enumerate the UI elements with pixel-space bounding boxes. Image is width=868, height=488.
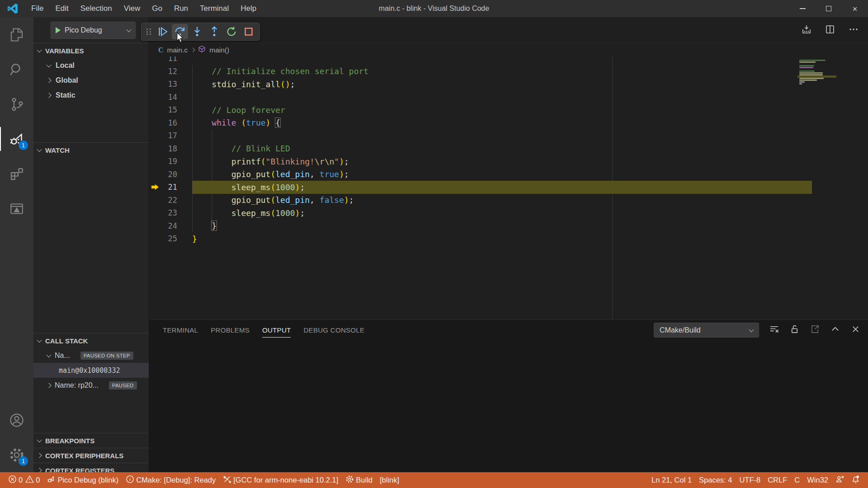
- cortex-peripherals-header[interactable]: CORTEX PERIPHERALS: [33, 448, 149, 463]
- menu-help[interactable]: Help: [235, 0, 262, 17]
- code-line-18[interactable]: 18 // Blink LED: [149, 142, 868, 155]
- status-build-target[interactable]: [blink]: [376, 472, 403, 488]
- close-button[interactable]: ×: [842, 0, 868, 17]
- debug-badge: 1: [19, 141, 28, 150]
- maximize-panel-icon[interactable]: [830, 324, 840, 336]
- code-line-16[interactable]: 16 while (true) {: [149, 117, 868, 130]
- breadcrumb-file[interactable]: main.c: [167, 46, 188, 54]
- source-control-icon[interactable]: [0, 87, 33, 122]
- start-debug-icon[interactable]: [56, 27, 61, 33]
- status-text: UTF-8: [739, 476, 760, 484]
- menu-view[interactable]: View: [118, 0, 146, 17]
- code-line-20[interactable]: 20 gpio_put(led_pin, true);: [149, 168, 868, 181]
- code-line-22[interactable]: 22 gpio_put(led_pin, false);: [149, 194, 868, 207]
- status-cmake-kit[interactable]: [GCC for arm-none-eabi 10.2.1]: [219, 472, 342, 488]
- variables-scope-local[interactable]: Local: [33, 58, 149, 73]
- panel-tab-terminal[interactable]: TERMINAL: [156, 320, 204, 340]
- call-stack-header[interactable]: CALL STACK: [33, 333, 149, 348]
- menu-terminal[interactable]: Terminal: [194, 0, 235, 17]
- debug-config-dropdown[interactable]: Pico Debug: [51, 22, 136, 39]
- run-flash-icon[interactable]: [801, 24, 812, 37]
- restart-button[interactable]: [223, 24, 240, 39]
- stop-button[interactable]: [241, 24, 257, 39]
- panel-tab-debug-console[interactable]: DEBUG CONSOLE: [297, 320, 371, 340]
- debug-toolbar[interactable]: [141, 23, 260, 41]
- variables-header[interactable]: VARIABLES: [33, 43, 149, 58]
- code-line-24[interactable]: 24 }: [149, 220, 868, 233]
- code-line-15[interactable]: 15 // Loop forever: [149, 103, 868, 117]
- vscode-logo-icon[interactable]: [0, 3, 25, 14]
- variables-scope-static[interactable]: Static: [33, 88, 149, 103]
- code-line-17[interactable]: 17: [149, 129, 868, 142]
- settings-badge: 1: [19, 456, 28, 466]
- line-number: 17: [161, 131, 177, 140]
- status-text: [blink]: [380, 476, 399, 484]
- status-platform[interactable]: Win32: [803, 472, 832, 488]
- panel-tab-output[interactable]: OUTPUT: [256, 320, 297, 340]
- code-editor[interactable]: 1112 // Initialize chosen serial port13 …: [149, 56, 868, 319]
- breakpoints-header[interactable]: BREAKPOINTS: [33, 433, 149, 448]
- line-number: 21: [161, 183, 177, 192]
- cortex-registers-header[interactable]: CORTEX REGISTERS: [33, 463, 149, 472]
- code-line-14[interactable]: 14: [149, 91, 868, 104]
- explorer-icon[interactable]: [0, 17, 33, 52]
- open-output-in-editor-icon[interactable]: [810, 324, 820, 336]
- minimap-line: [799, 63, 828, 65]
- status-language-mode[interactable]: C: [791, 472, 803, 488]
- extensions-icon[interactable]: [0, 156, 33, 191]
- unlock-scroll-icon[interactable]: [789, 324, 800, 336]
- breadcrumb-symbol[interactable]: main(): [209, 46, 229, 54]
- step-over-button[interactable]: [172, 24, 188, 39]
- menu-file[interactable]: File: [25, 0, 49, 17]
- status-problems[interactable]: 00: [5, 472, 43, 488]
- step-into-button[interactable]: [189, 24, 205, 39]
- continue-button[interactable]: [155, 24, 171, 39]
- thread-row[interactable]: Na...PAUSED ON STEP: [33, 348, 149, 363]
- menu-edit[interactable]: Edit: [49, 0, 74, 17]
- code-text: }: [192, 221, 217, 230]
- tree-item-label: Static: [56, 91, 75, 99]
- output-channel-dropdown[interactable]: CMake/Build: [654, 323, 759, 338]
- variables-scope-global[interactable]: Global: [33, 73, 149, 88]
- watch-header[interactable]: WATCH: [33, 142, 149, 157]
- menu-run[interactable]: Run: [168, 0, 194, 17]
- code-line-13[interactable]: 13 stdio_init_all();: [149, 78, 868, 91]
- split-editor-icon[interactable]: [825, 24, 835, 37]
- status-eol[interactable]: CRLF: [764, 472, 791, 488]
- toolbar-drag-handle[interactable]: [146, 28, 151, 35]
- account-icon[interactable]: [0, 403, 33, 437]
- status-cmake-status[interactable]: CMake: [Debug]: Ready: [122, 472, 219, 488]
- code-line-12[interactable]: 12 // Initialize chosen serial port: [149, 65, 868, 78]
- code-line-21[interactable]: 21 sleep_ms(1000);: [149, 181, 868, 194]
- maximize-button[interactable]: [816, 0, 842, 17]
- code-line-25[interactable]: 25}: [149, 232, 868, 245]
- search-icon[interactable]: [0, 52, 33, 87]
- run-and-debug-icon[interactable]: 1: [0, 122, 33, 156]
- code-text: // Loop forever: [192, 105, 285, 115]
- status-notifications[interactable]: [848, 472, 863, 488]
- code-line-19[interactable]: 19 printf("Blinking!\r\n");: [149, 155, 868, 168]
- code-line-11[interactable]: 11: [149, 56, 868, 65]
- chevron-down-icon: [37, 437, 42, 442]
- thread-row[interactable]: Name: rp20...PAUSED: [33, 378, 149, 393]
- cmake-icon[interactable]: [0, 191, 33, 226]
- menu-selection[interactable]: Selection: [75, 0, 118, 17]
- status-cursor-position[interactable]: Ln 21, Col 1: [648, 472, 695, 488]
- stack-frame[interactable]: main@0x10000332: [33, 363, 149, 378]
- status-cmake-build[interactable]: Build: [342, 472, 376, 488]
- step-out-button[interactable]: [206, 24, 222, 39]
- clear-output-icon[interactable]: [769, 324, 779, 336]
- output-panel-content[interactable]: [149, 340, 868, 472]
- settings-gear-icon[interactable]: 1: [0, 437, 33, 472]
- status-feedback[interactable]: [832, 472, 848, 488]
- status-encoding[interactable]: UTF-8: [736, 472, 764, 488]
- close-panel-icon[interactable]: [850, 324, 861, 336]
- minimap[interactable]: [799, 58, 828, 84]
- menu-go[interactable]: Go: [146, 0, 168, 17]
- status-indentation[interactable]: Spaces: 4: [695, 472, 736, 488]
- more-actions-icon[interactable]: [848, 24, 859, 37]
- code-line-23[interactable]: 23 sleep_ms(1000);: [149, 206, 868, 220]
- minimize-button[interactable]: [789, 0, 816, 17]
- panel-tab-problems[interactable]: PROBLEMS: [204, 320, 256, 340]
- status-debug-target[interactable]: Pico Debug (blink): [43, 472, 122, 488]
